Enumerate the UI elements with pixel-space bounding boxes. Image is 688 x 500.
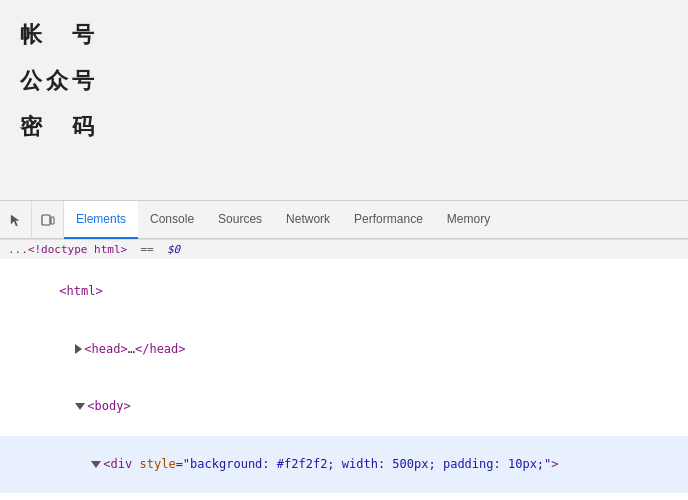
- tab-memory[interactable]: Memory: [435, 201, 502, 239]
- password-text: 密 码: [20, 112, 500, 142]
- dom-div-open[interactable]: <div style="background: #f2f2f2; width: …: [0, 436, 688, 494]
- tab-performance[interactable]: Performance: [342, 201, 435, 239]
- collapse-body-icon: [75, 403, 85, 410]
- page-content: 帐 号 公众号 密 码: [10, 10, 510, 168]
- devtools-panel: Elements Console Sources Network Perform…: [0, 200, 688, 500]
- account-text: 帐 号: [20, 20, 500, 50]
- devtools-tabs: Elements Console Sources Network Perform…: [64, 201, 502, 239]
- devtools-toolbar: Elements Console Sources Network Perform…: [0, 201, 688, 239]
- status-text: ...<!doctype html> == $0: [8, 243, 180, 256]
- svg-rect-0: [42, 215, 50, 225]
- tab-sources[interactable]: Sources: [206, 201, 274, 239]
- dom-body-open[interactable]: <body>: [0, 378, 688, 436]
- public-account-text: 公众号: [20, 66, 500, 96]
- tab-elements[interactable]: Elements: [64, 201, 138, 239]
- device-toggle-icon[interactable]: [32, 201, 64, 239]
- collapse-div-icon: [91, 461, 101, 468]
- dom-head[interactable]: <head>…</head>: [0, 321, 688, 379]
- expand-head-icon: [75, 344, 82, 354]
- tab-network[interactable]: Network: [274, 201, 342, 239]
- devtools-dom-tree[interactable]: <html> <head>…</head> <body> <div style=…: [0, 259, 688, 500]
- cursor-select-icon[interactable]: [0, 201, 32, 239]
- dom-p-account[interactable]: <p>帐 号</p>: [0, 493, 688, 500]
- dom-html-open[interactable]: <html>: [0, 263, 688, 321]
- tab-console[interactable]: Console: [138, 201, 206, 239]
- devtools-status-bar: ...<!doctype html> == $0: [0, 239, 688, 259]
- browser-viewport: 帐 号 公众号 密 码: [0, 0, 688, 200]
- svg-rect-1: [51, 217, 54, 224]
